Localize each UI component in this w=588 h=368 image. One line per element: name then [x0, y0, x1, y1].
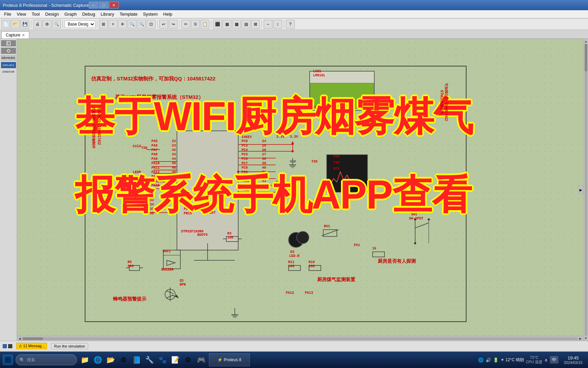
fit-button[interactable]: ⊡ [147, 20, 156, 29]
menu-debug[interactable]: Debug [79, 11, 98, 17]
capture-tab-close[interactable]: ✕ [22, 33, 25, 37]
lpin34-label: 34 [150, 203, 154, 206]
scroll-left-btn[interactable]: ◀ [18, 337, 21, 340]
taskbar-icon-settings[interactable]: ⚙ [118, 355, 129, 365]
toolbar-btn-6[interactable]: ▦ [223, 20, 231, 29]
menu-graph[interactable]: Graph [62, 11, 79, 17]
speaker-icon[interactable]: 🔊 [486, 357, 491, 363]
toolbar-btn-5[interactable]: ⬛ [213, 20, 222, 29]
taskbar: ⊞ 🔍 搜索 📁 🌐 📂 ⚙ 📘 🔧 🐾 📝 ⚙ 🎮 ⚡ Proteus 8 🌐… [0, 352, 588, 368]
toolbar-btn-2[interactable]: ⚙ [43, 20, 51, 29]
toolbar-btn-9[interactable]: ⊠ [251, 20, 260, 29]
device-item[interactable]: 03FLHF3 [1, 62, 16, 68]
capture-tab[interactable]: Capture ✕ [1, 31, 29, 39]
pa9-label: PA9 [151, 157, 158, 161]
taskbar-icon-game[interactable]: 🎮 [196, 355, 206, 365]
expand-btn[interactable]: ▶ [578, 186, 583, 194]
menu-file[interactable]: File [1, 11, 14, 17]
r5-label: R5 [128, 260, 132, 264]
input-method[interactable]: 中 [550, 356, 558, 364]
zoom-out-button[interactable]: 🔍 [137, 20, 146, 29]
menu-library[interactable]: Library [98, 11, 117, 17]
run-simulation-btn[interactable]: Run the simulation [51, 343, 88, 349]
taskbar-search[interactable]: 🔍 搜索 [16, 354, 77, 365]
clock-date: 2024/03/15 [564, 361, 583, 365]
pc11-label: PC11 [242, 179, 250, 183]
taskbar-icon-explorer[interactable]: 📂 [105, 355, 116, 365]
pin51-label: 51 [262, 170, 266, 174]
24key-label: 24KEY [242, 135, 252, 139]
q1-label: Q1 [180, 279, 184, 282]
print-button[interactable]: 🖨 [33, 20, 42, 29]
menu-help[interactable]: Help [161, 11, 175, 17]
scroll-thumb[interactable] [22, 337, 43, 340]
menu-view[interactable]: View [14, 11, 29, 17]
canvas-area[interactable]: Cold PA5 PA6 PA7 PA8 PA9 PA10 PA11 PA12 … [17, 39, 583, 341]
toolbar-btn-8[interactable]: ▤ [242, 20, 250, 29]
start-button[interactable]: ⊞ [3, 355, 13, 365]
taskbar-icon-edge[interactable]: 🌐 [93, 355, 103, 365]
copy-button[interactable]: ⎘ [191, 20, 200, 29]
capture-tab-label: Capture [6, 33, 20, 37]
menu-design[interactable]: Design [43, 11, 62, 17]
toolbar-btn-3[interactable]: 🔍 [52, 20, 61, 29]
pa13-bottom-label: PA13 [305, 291, 313, 295]
help-button[interactable]: ? [286, 20, 295, 29]
wire-svg [17, 39, 583, 341]
scroll-down-btn[interactable]: ▼ [584, 336, 588, 340]
svg-line-15 [172, 295, 179, 298]
save-button[interactable]: 💾 [20, 20, 29, 29]
proteus-taskbar-btn[interactable]: ⚡ Proteus 8 [209, 353, 250, 366]
status-warning[interactable]: ⚠ 11 Messag... [16, 343, 47, 349]
v-scroll-thumb[interactable] [585, 44, 587, 71]
base-design-select[interactable]: Base Design [65, 20, 95, 28]
toolbar-btn-11[interactable]: ↕ [273, 20, 282, 29]
pc7-label: PC7 [242, 162, 248, 165]
svg-point-28 [428, 218, 430, 220]
pc6-label: PC6 [242, 157, 248, 161]
taskbar-icon-notepad[interactable]: 📝 [170, 355, 180, 365]
cpu-temp-value: 72°C [526, 355, 542, 360]
lpin36-label: 36 [150, 212, 154, 215]
menu-system[interactable]: System [140, 11, 160, 17]
scroll-up-btn[interactable]: ▲ [584, 40, 588, 43]
scroll-right-btn[interactable]: ▶ [579, 337, 582, 340]
close-button[interactable]: ✕ [109, 2, 119, 9]
taskbar-icon-word[interactable]: 📘 [131, 355, 142, 365]
menu-tool[interactable]: Tool [29, 11, 43, 17]
toolbar-btn-4[interactable]: ✛ [118, 20, 127, 29]
r5-val-label: 500 [128, 264, 134, 268]
taskbar-clock[interactable]: 19:45 2024/03/15 [561, 355, 585, 365]
paste-button[interactable]: 📋 [200, 20, 209, 29]
clock-time: 19:45 [564, 355, 583, 361]
menu-template[interactable]: Template [117, 11, 140, 17]
side-icon-1[interactable] [1, 40, 16, 46]
new-button[interactable]: 📄 [1, 20, 10, 29]
maximize-button[interactable]: □ [99, 2, 109, 9]
undo-button[interactable]: ↩ [159, 20, 168, 29]
network-icon[interactable]: 🌐 [478, 357, 484, 363]
h-scrollbar[interactable]: ◀ ▶ [17, 336, 583, 341]
lpin22-label: 22 [172, 139, 176, 143]
open-button[interactable]: 📂 [11, 20, 20, 29]
taskbar-icon-tool[interactable]: 🔧 [144, 355, 154, 365]
cut-button[interactable]: ✂ [181, 20, 190, 29]
big-text-line1: 基于WIFI厨房烟雾煤气 [75, 96, 473, 136]
notification-icon[interactable]: ∧ [544, 357, 548, 363]
minimize-button[interactable]: ─ [89, 2, 98, 9]
taskbar-icon-proteus[interactable]: ⚙ [183, 355, 193, 365]
toolbar-btn-7[interactable]: ▩ [232, 20, 241, 29]
taskbar-icon-app1[interactable]: 🐾 [157, 355, 167, 365]
taskbar-icon-file[interactable]: 📁 [80, 355, 90, 365]
zoom-in-button[interactable]: 🔍 [128, 20, 136, 29]
grid-button[interactable]: ⊞ [99, 20, 108, 29]
toolbar-btn-10[interactable]: ↔ [264, 20, 273, 29]
redo-button[interactable]: ↪ [169, 20, 178, 29]
svg-point-27 [414, 242, 416, 244]
v-scrollbar[interactable]: ▲ ▼ [583, 39, 588, 341]
side-icon-2[interactable] [1, 48, 16, 54]
led-r-label: LED-R [289, 254, 299, 258]
pin27-label: 27 [262, 153, 266, 156]
pb12-label: PB12 [184, 198, 192, 202]
add-button[interactable]: + [109, 20, 117, 29]
